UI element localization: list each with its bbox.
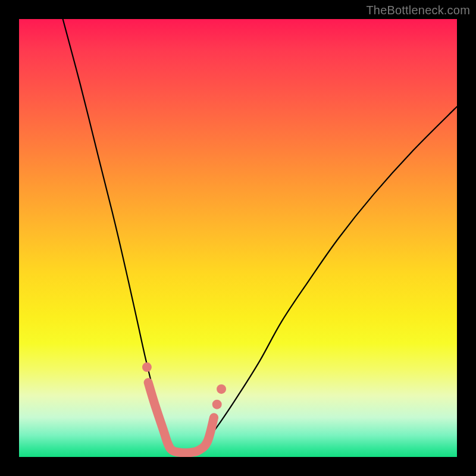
plot-area: [19, 19, 457, 457]
watermark-text: TheBottleneck.com: [366, 4, 470, 17]
chart-frame: TheBottleneck.com: [0, 0, 476, 476]
highlight-bottom: [148, 383, 214, 453]
highlight-dot-right-1: [212, 400, 222, 409]
highlight-dot-right-2: [217, 384, 226, 394]
highlight-dot-left: [142, 362, 152, 372]
bottleneck-curve: [63, 19, 457, 453]
chart-svg: [19, 19, 457, 457]
